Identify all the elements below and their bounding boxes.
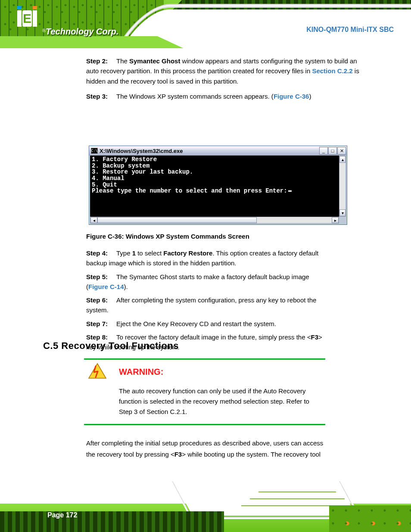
- logo-letter-e: [22, 10, 32, 27]
- text: The Windows XP system commands screen ap…: [116, 93, 274, 100]
- closing-paragraph: After completing the initial setup proce…: [86, 438, 327, 460]
- scroll-right-arrow[interactable]: ▸: [332, 217, 339, 223]
- bold-text: Factory Restore: [163, 249, 212, 257]
- hscroll-track[interactable]: [97, 217, 332, 223]
- text: The: [116, 57, 129, 65]
- callout-rule-top: [84, 358, 325, 360]
- maximize-button[interactable]: □: [328, 147, 337, 155]
- cross-reference: Section C.2.2: [312, 67, 352, 75]
- cmd-line: 3. Restore your last backup.: [92, 169, 344, 175]
- bold-text: Symantec Ghost: [129, 57, 180, 65]
- brand-logo: [17, 10, 37, 27]
- step-label: Step 2:: [86, 56, 116, 66]
- cross-reference: Figure C-36: [274, 93, 309, 100]
- warning-icon: [88, 363, 107, 379]
- text: to select: [136, 249, 163, 257]
- section-heading: C.5 Recovery Tool Functions: [43, 340, 179, 352]
- step-label: Step 5:: [86, 272, 116, 282]
- text: After completing the system configuratio…: [86, 296, 316, 314]
- hotkey-f3: F3: [174, 451, 182, 458]
- text: ): [309, 93, 311, 100]
- scroll-left-arrow[interactable]: ◂: [90, 217, 97, 223]
- cmd-window: C:\ X:\Windows\System32\cmd.exe _ □ ✕ 1.…: [89, 146, 347, 225]
- hscroll-thumb[interactable]: [97, 217, 257, 223]
- text: To recover the factory default image in …: [116, 333, 311, 341]
- step: Step 2:The Symantec Ghost window appears…: [86, 56, 368, 86]
- cmd-titlebar: C:\ X:\Windows\System32\cmd.exe _ □ ✕: [89, 146, 347, 156]
- text-cursor: [288, 190, 292, 192]
- page-footer: Page 172: [0, 481, 411, 532]
- step-label: Step 4:: [86, 248, 116, 258]
- logo-letter-i2: [33, 10, 37, 27]
- vertical-scrollbar[interactable]: ▴ ▾: [339, 156, 346, 217]
- steps-block-2: Step 4:Type 1 to select Factory Restore.…: [86, 248, 332, 355]
- minimize-button[interactable]: _: [319, 147, 328, 155]
- page-number: Page 172: [47, 511, 77, 519]
- step-label: Step 6:: [86, 295, 116, 305]
- scroll-up-arrow[interactable]: ▴: [339, 156, 346, 163]
- footer-circuit-art-right: [329, 505, 411, 532]
- cmd-line: 4. Manual: [92, 175, 344, 182]
- step: Step 3:The Windows XP system commands sc…: [86, 91, 368, 101]
- brand-tagline: Technology Corp.: [46, 27, 118, 37]
- content-area: Step 2:The Symantec Ghost window appears…: [0, 56, 411, 106]
- scroll-down-arrow[interactable]: ▾: [339, 209, 346, 216]
- step: Step 6:After completing the system confi…: [86, 295, 332, 315]
- bold-text: F3: [311, 333, 318, 341]
- warning-body: The auto recovery function can only be u…: [119, 386, 321, 417]
- warning-title: WARNING:: [119, 367, 163, 377]
- cmd-line: 2. Backup system: [92, 163, 344, 169]
- cmd-client-area: 1. Factory Restore2. Backup system3. Res…: [90, 156, 346, 217]
- logo-letter-i: [17, 10, 22, 27]
- close-button[interactable]: ✕: [337, 147, 346, 155]
- document-title: KINO-QM770 Mini-ITX SBC: [306, 26, 394, 34]
- text: Eject the One Key Recovery CD and restar…: [116, 320, 276, 327]
- footer-circuit-art-left: [0, 511, 224, 532]
- cross-reference: Figure C-14: [88, 283, 124, 290]
- text: ).: [124, 283, 128, 290]
- step: Step 4:Type 1 to select Factory Restore.…: [86, 248, 332, 268]
- step-label: Step 3:: [86, 91, 116, 101]
- horizontal-scrollbar[interactable]: ◂ ▸: [90, 217, 339, 224]
- bold-text: 1: [132, 249, 136, 257]
- step: Step 5:The Symantec Ghost starts to make…: [86, 272, 332, 292]
- cmd-line: 1. Factory Restore: [92, 156, 344, 163]
- cmd-line: Please type the number to select and the…: [92, 188, 344, 194]
- step: Step 7:Eject the One Key Recovery CD and…: [86, 319, 332, 329]
- page-header: ® Technology Corp.: [0, 0, 411, 48]
- header-lower-green: [0, 36, 185, 48]
- cmd-title-text: X:\Windows\System32\cmd.exe: [100, 148, 319, 154]
- figure-caption: Figure C-36: Windows XP System Commands …: [86, 233, 249, 240]
- cmd-app-icon: C:\: [91, 148, 98, 154]
- cmd-line: 5. Quit: [92, 182, 344, 188]
- step-label: Step 7:: [86, 319, 116, 329]
- callout-rule-bottom: [84, 424, 325, 425]
- text: Type: [116, 249, 132, 257]
